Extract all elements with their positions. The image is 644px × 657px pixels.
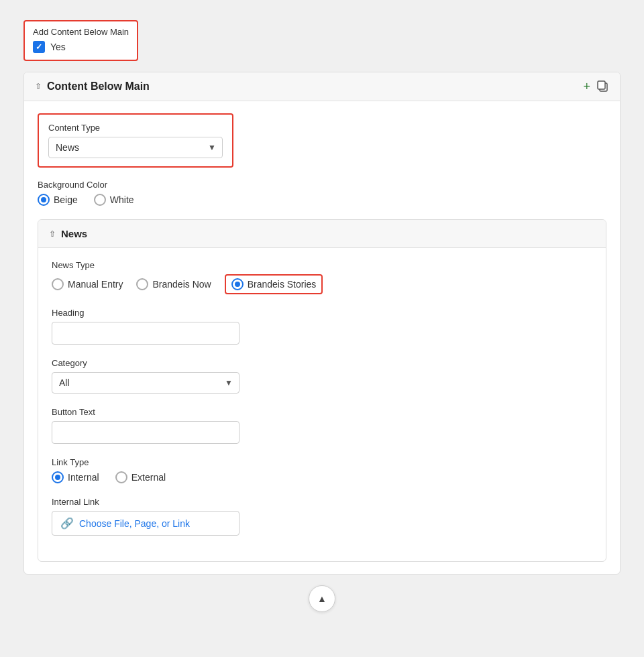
checkbox-row: Yes (33, 41, 129, 53)
news-panel-title: News (61, 228, 87, 239)
white-radio-icon (94, 194, 106, 206)
news-type-label: News Type (52, 260, 592, 270)
external-label: External (131, 472, 166, 483)
add-panel-button[interactable]: + (583, 80, 590, 93)
beige-label: Beige (54, 194, 78, 205)
news-type-brandeis-now[interactable]: Brandeis Now (136, 278, 211, 290)
link-icon: 🔗 (60, 517, 74, 530)
button-text-input[interactable] (52, 421, 239, 444)
news-type-manual[interactable]: Manual Entry (52, 278, 123, 290)
link-type-label: Link Type (52, 457, 592, 467)
background-color-section: Background Color Beige White (38, 180, 606, 206)
news-type-section: News Type Manual Entry Brandeis Now (52, 260, 592, 294)
background-color-radio-group: Beige White (38, 194, 606, 206)
external-radio-icon (115, 471, 127, 483)
category-select[interactable]: All Research Arts Science Athletics (52, 372, 239, 394)
panel-content: Content Type News Events People Custom ▼… (24, 101, 620, 574)
content-below-main-panel: ⇧ Content Below Main + Content Type (23, 72, 621, 575)
link-type-internal[interactable]: Internal (52, 471, 99, 483)
news-panel-content: News Type Manual Entry Brandeis Now (38, 248, 606, 561)
beige-radio-icon (38, 194, 50, 206)
panel-header: ⇧ Content Below Main + (24, 72, 620, 101)
button-text-field: Button Text (52, 407, 592, 444)
manual-entry-label: Manual Entry (68, 279, 123, 290)
brandeis-stories-radio-icon (231, 278, 244, 290)
heading-input[interactable] (52, 322, 239, 345)
category-label: Category (52, 358, 592, 368)
scroll-up-button[interactable]: ▲ (309, 585, 335, 612)
brandeis-now-radio-icon (136, 278, 148, 290)
link-type-section: Link Type Internal External (52, 457, 592, 483)
news-type-radio-group: Manual Entry Brandeis Now Brandeis Stori… (52, 274, 592, 294)
background-color-label: Background Color (38, 180, 606, 190)
collapse-chevron-icon[interactable]: ⇧ (35, 82, 42, 91)
content-type-select[interactable]: News Events People Custom (48, 137, 223, 158)
news-type-brandeis-stories[interactable]: Brandeis Stories (225, 274, 323, 294)
news-sub-panel: ⇧ News News Type Manual Entry (38, 219, 606, 562)
internal-link-field: Internal Link 🔗 Choose File, Page, or Li… (52, 497, 592, 536)
white-label: White (110, 194, 134, 205)
brandeis-stories-label: Brandeis Stories (248, 279, 317, 290)
content-type-section: Content Type News Events People Custom ▼ (38, 113, 233, 168)
content-type-select-wrapper: News Events People Custom ▼ (48, 137, 223, 158)
panel-title: Content Below Main (47, 80, 150, 93)
page-container: Add Content Below Main Yes ⇧ Content Bel… (13, 13, 631, 644)
internal-link-button[interactable]: 🔗 Choose File, Page, or Link (52, 511, 239, 536)
content-type-label: Content Type (48, 123, 223, 133)
add-content-section: Add Content Below Main Yes (23, 20, 138, 61)
checkbox-yes-label: Yes (50, 42, 66, 52)
add-content-checkbox[interactable] (33, 41, 45, 53)
manual-entry-radio-icon (52, 278, 64, 290)
category-select-wrapper: All Research Arts Science Athletics ▼ (52, 372, 239, 394)
heading-label: Heading (52, 308, 592, 318)
link-type-radio-group: Internal External (52, 471, 592, 483)
heading-field: Heading (52, 308, 592, 345)
svg-rect-1 (598, 81, 605, 89)
copy-panel-button[interactable] (597, 80, 609, 93)
panel-header-right: + (583, 80, 609, 93)
color-option-white[interactable]: White (94, 194, 134, 206)
news-panel-header: ⇧ News (38, 220, 606, 248)
internal-radio-icon (52, 471, 64, 483)
internal-label: Internal (68, 472, 99, 483)
scroll-up-icon: ▲ (317, 593, 327, 604)
brandeis-now-label: Brandeis Now (152, 279, 211, 290)
color-option-beige[interactable]: Beige (38, 194, 78, 206)
news-panel-collapse-icon[interactable]: ⇧ (49, 229, 56, 239)
bottom-bar: ▲ (23, 575, 621, 619)
category-field: Category All Research Arts Science Athle… (52, 358, 592, 394)
internal-link-label: Internal Link (52, 497, 592, 507)
link-type-external[interactable]: External (115, 471, 166, 483)
add-content-label: Add Content Below Main (33, 27, 129, 37)
button-text-label: Button Text (52, 407, 592, 417)
panel-header-left: ⇧ Content Below Main (35, 80, 150, 93)
internal-link-placeholder: Choose File, Page, or Link (79, 518, 190, 529)
